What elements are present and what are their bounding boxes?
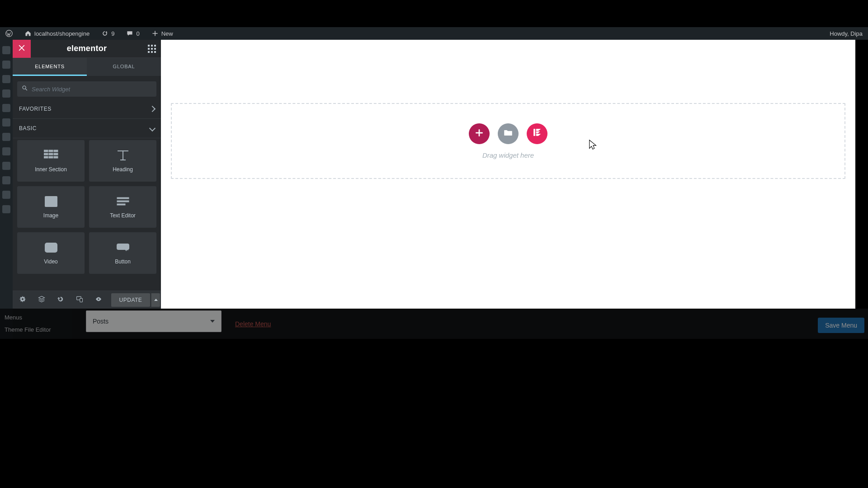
button-icon xyxy=(116,241,130,254)
caret-up-icon xyxy=(154,299,158,301)
widget-search[interactable] xyxy=(17,81,156,97)
responsive-button[interactable] xyxy=(71,291,89,309)
svg-point-1 xyxy=(23,86,26,89)
adminbar-site[interactable]: localhost/shopengine xyxy=(22,30,92,37)
search-icon xyxy=(22,85,28,93)
navigator-button[interactable] xyxy=(33,291,51,309)
svg-rect-9 xyxy=(49,156,53,158)
panel-menu-button[interactable] xyxy=(143,40,161,58)
tab-global-label: GLOBAL xyxy=(113,64,135,69)
app-stage: localhost/shopengine 9 0 New Howdy, Dipa xyxy=(0,27,868,339)
elementskit-button[interactable] xyxy=(527,123,547,144)
plus-icon xyxy=(151,30,159,37)
update-options-button[interactable] xyxy=(151,293,160,307)
svg-rect-5 xyxy=(44,153,48,155)
widget-video-label: Video xyxy=(44,258,57,265)
drop-zone-hint: Drag widget here xyxy=(482,151,534,159)
category-favorites[interactable]: FAVORITES xyxy=(13,99,161,119)
widget-heading-label: Heading xyxy=(113,166,133,173)
widget-inner-section[interactable]: Inner Section xyxy=(17,140,85,182)
svg-rect-10 xyxy=(54,156,58,158)
adminbar-greeting-text: Howdy, Dipa xyxy=(830,30,863,37)
wp-logo[interactable] xyxy=(3,30,15,37)
svg-rect-19 xyxy=(80,298,83,302)
svg-rect-14 xyxy=(117,201,129,202)
widget-image-label: Image xyxy=(43,212,58,219)
responsive-icon xyxy=(76,296,83,305)
svg-rect-3 xyxy=(49,150,53,152)
add-section-button[interactable] xyxy=(469,123,490,144)
adminbar-comments[interactable]: 0 xyxy=(123,30,142,37)
preview-button[interactable] xyxy=(90,291,108,309)
close-button[interactable] xyxy=(13,40,31,58)
svg-rect-8 xyxy=(44,156,48,158)
wordpress-icon xyxy=(5,30,13,37)
update-button-label: UPDATE xyxy=(119,297,142,303)
wp-admin-background: Menus Theme File Editor Posts Delete Men… xyxy=(0,309,868,339)
folder-icon xyxy=(503,128,513,139)
widget-button[interactable]: Button xyxy=(89,232,156,274)
widget-heading[interactable]: Heading xyxy=(89,140,156,182)
comment-icon xyxy=(126,30,133,37)
elementor-panel: elementor ELEMENTS GLOBAL FAVORITES xyxy=(13,40,161,309)
image-icon xyxy=(44,195,58,208)
svg-rect-15 xyxy=(117,204,125,205)
widget-text-editor[interactable]: Text Editor xyxy=(89,186,156,228)
adminbar-site-label: localhost/shopengine xyxy=(34,30,90,37)
svg-rect-17 xyxy=(117,244,129,249)
category-favorites-label: FAVORITES xyxy=(19,106,52,112)
settings-button[interactable] xyxy=(14,291,32,309)
wp-admin-bar: localhost/shopengine 9 0 New Howdy, Dipa xyxy=(0,27,868,40)
svg-rect-13 xyxy=(117,197,129,199)
tab-elements-label: ELEMENTS xyxy=(35,64,65,69)
editor-canvas[interactable]: Drag widget here xyxy=(161,40,855,309)
tab-global[interactable]: GLOBAL xyxy=(87,58,161,76)
layers-icon xyxy=(38,296,45,305)
video-icon xyxy=(44,241,58,254)
svg-rect-7 xyxy=(54,153,58,155)
update-button[interactable]: UPDATE xyxy=(111,293,150,307)
widget-button-label: Button xyxy=(115,258,131,265)
columns-icon xyxy=(44,149,58,162)
text-editor-icon xyxy=(116,195,130,208)
drop-zone[interactable]: Drag widget here xyxy=(171,103,845,179)
home-icon xyxy=(24,30,32,37)
category-basic[interactable]: BASIC xyxy=(13,119,161,138)
widget-image[interactable]: Image xyxy=(17,186,85,228)
elementor-brand: elementor xyxy=(31,44,143,53)
history-button[interactable] xyxy=(52,291,70,309)
elementskit-icon xyxy=(532,127,542,140)
svg-rect-4 xyxy=(54,150,58,152)
widget-text-editor-label: Text Editor xyxy=(110,212,136,219)
apps-grid-icon xyxy=(148,45,156,53)
history-icon xyxy=(57,296,64,305)
svg-point-12 xyxy=(48,199,50,201)
elementor-header: elementor xyxy=(13,40,161,58)
svg-rect-6 xyxy=(49,153,53,155)
svg-rect-2 xyxy=(44,150,48,152)
adminbar-greeting[interactable]: Howdy, Dipa xyxy=(827,30,865,37)
dim-overlay xyxy=(0,309,868,339)
widget-video[interactable]: Video xyxy=(17,232,85,274)
svg-rect-20 xyxy=(534,129,535,136)
adminbar-updates[interactable]: 9 xyxy=(99,30,117,37)
chevron-right-icon xyxy=(149,106,156,112)
tab-elements[interactable]: ELEMENTS xyxy=(13,58,87,76)
add-section-buttons xyxy=(469,123,547,144)
widget-inner-section-label: Inner Section xyxy=(35,166,67,173)
close-icon xyxy=(17,43,26,54)
adminbar-new[interactable]: New xyxy=(149,30,176,37)
panel-footer: UPDATE xyxy=(13,291,161,309)
svg-point-0 xyxy=(6,30,12,37)
adminbar-comments-count: 0 xyxy=(136,30,139,37)
adminbar-updates-count: 9 xyxy=(111,30,114,37)
gear-icon xyxy=(19,296,26,305)
add-template-button[interactable] xyxy=(498,123,519,144)
heading-icon xyxy=(116,149,130,162)
widget-search-input[interactable] xyxy=(32,86,152,93)
chevron-down-icon xyxy=(149,125,156,131)
basic-widgets-grid: Inner Section Heading Image Text Editor xyxy=(13,138,161,278)
plus-icon xyxy=(474,128,484,139)
refresh-icon xyxy=(101,30,108,37)
category-basic-label: BASIC xyxy=(19,125,37,131)
